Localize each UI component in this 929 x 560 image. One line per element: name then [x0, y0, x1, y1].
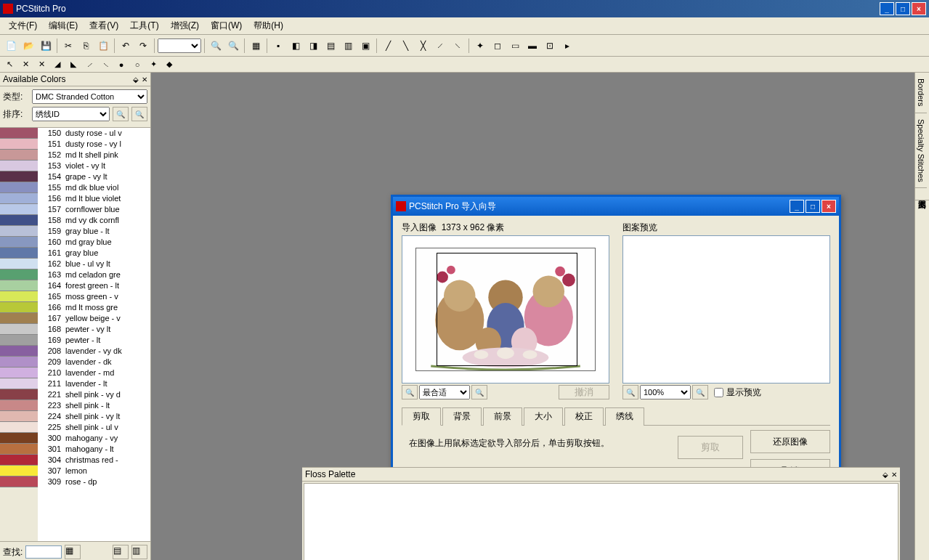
- color-swatch[interactable]: [0, 161, 38, 171]
- bead-tool[interactable]: ○: [131, 59, 144, 70]
- color-row[interactable]: 158md vy dk cornfl: [38, 215, 150, 226]
- dialog-tab[interactable]: 剪取: [402, 407, 441, 426]
- color-swatch[interactable]: [0, 280, 38, 291]
- search-btn2[interactable]: ▤: [113, 545, 129, 559]
- zoom-left-select[interactable]: 最合适: [419, 385, 470, 399]
- color-swatch[interactable]: [0, 335, 38, 346]
- menu-item[interactable]: 增强(Z): [165, 18, 205, 33]
- open-button[interactable]: 📂: [20, 38, 36, 54]
- back-tool[interactable]: ⟋: [83, 59, 96, 70]
- color-row[interactable]: 169pewter - lt: [38, 335, 150, 346]
- color-swatch[interactable]: [0, 171, 38, 182]
- color-row[interactable]: 162blue - ul vy lt: [38, 259, 150, 269]
- side-tab[interactable]: Specialty Stitches: [915, 113, 927, 189]
- color-row[interactable]: 152md lt shell pink: [38, 150, 150, 161]
- color-swatch[interactable]: [0, 182, 38, 193]
- color-swatch[interactable]: [0, 357, 38, 368]
- menu-item[interactable]: 编辑(E): [43, 18, 84, 33]
- color-row[interactable]: 161gray blue: [38, 248, 150, 259]
- color-swatch[interactable]: [0, 248, 38, 259]
- color-row[interactable]: 155md dk blue viol: [38, 182, 150, 193]
- tool-k[interactable]: ⟍: [450, 38, 466, 54]
- color-swatch[interactable]: [0, 237, 38, 248]
- zoom-in-left-button[interactable]: 🔍: [471, 385, 487, 399]
- zoom-right-select[interactable]: 100%: [640, 385, 691, 399]
- search-input[interactable]: [25, 545, 62, 559]
- save-button[interactable]: 💾: [38, 38, 54, 54]
- tool-i[interactable]: ╳: [415, 38, 431, 54]
- color-swatch[interactable]: [0, 204, 38, 215]
- color-row[interactable]: 160md gray blue: [38, 237, 150, 248]
- color-row[interactable]: 300mahogany - vy: [38, 433, 150, 444]
- color-row[interactable]: 221shell pink - vy d: [38, 389, 150, 400]
- dialog-close-button[interactable]: ×: [822, 200, 836, 213]
- color-row[interactable]: 210lavender - md: [38, 368, 150, 378]
- canvas-area[interactable]: PCStitch Pro 导入向导 _ □ × 导入图像 1373 x 962 …: [151, 73, 914, 560]
- quarter-tool[interactable]: ◣: [67, 59, 80, 70]
- color-swatch[interactable]: [0, 291, 38, 302]
- zoom-out-left-button[interactable]: 🔍: [402, 385, 418, 399]
- color-row[interactable]: 154grape - vy lt: [38, 171, 150, 182]
- color-row[interactable]: 209lavender - dk: [38, 357, 150, 368]
- color-swatch[interactable]: [0, 324, 38, 335]
- side-tab[interactable]: Borders: [915, 73, 927, 113]
- color-row[interactable]: 159gray blue - lt: [38, 226, 150, 237]
- color-row[interactable]: 307lemon: [38, 466, 150, 476]
- color-swatch[interactable]: [0, 139, 38, 150]
- minimize-button[interactable]: _: [880, 2, 894, 15]
- color-swatch[interactable]: [0, 128, 38, 139]
- color-swatch[interactable]: [0, 455, 38, 466]
- menu-item[interactable]: 窗口(W): [205, 18, 248, 33]
- color-row[interactable]: 163md celadon gre: [38, 269, 150, 280]
- dialog-tab[interactable]: 校正: [564, 407, 604, 426]
- import-image-box[interactable]: [402, 235, 609, 384]
- color-list[interactable]: 150dusty rose - ul v151dusty rose - vy l…: [38, 128, 150, 541]
- tool-d[interactable]: ▤: [322, 38, 338, 54]
- grid-button[interactable]: ▦: [248, 38, 264, 54]
- zoom-in-button[interactable]: 🔍: [225, 38, 241, 54]
- color-row[interactable]: 301mahogany - lt: [38, 444, 150, 455]
- menu-item[interactable]: 文件(F): [3, 18, 43, 33]
- dialog-minimize-button[interactable]: _: [790, 200, 804, 213]
- color-swatch[interactable]: [0, 476, 38, 487]
- half-tool[interactable]: ◢: [51, 59, 64, 70]
- redo-button[interactable]: ↷: [135, 38, 151, 54]
- color-swatch[interactable]: [0, 215, 38, 226]
- search-btn3[interactable]: ▥: [131, 545, 147, 559]
- color-row[interactable]: 223shell pink - lt: [38, 400, 150, 411]
- search-btn1[interactable]: ▦: [65, 545, 81, 559]
- color-row[interactable]: 309rose - dp: [38, 476, 150, 487]
- maximize-button[interactable]: □: [896, 2, 910, 15]
- dialog-maximize-button[interactable]: □: [806, 200, 820, 213]
- panel-close-icon[interactable]: ✕: [142, 76, 147, 84]
- color-row[interactable]: 151dusty rose - vy l: [38, 139, 150, 150]
- copy-button[interactable]: ⎘: [78, 38, 94, 54]
- sort-up-button[interactable]: 🔍: [113, 107, 129, 121]
- color-row[interactable]: 153violet - vy lt: [38, 161, 150, 171]
- tool-a[interactable]: ▪: [270, 38, 286, 54]
- tool-g[interactable]: ╱: [380, 38, 396, 54]
- show-preview-checkbox[interactable]: 显示预览: [714, 386, 761, 399]
- new-button[interactable]: 📄: [3, 38, 19, 54]
- color-swatch[interactable]: [0, 389, 38, 400]
- dot-tool[interactable]: ●: [115, 59, 128, 70]
- color-swatch[interactable]: [0, 150, 38, 161]
- color-row[interactable]: 156md lt blue violet: [38, 193, 150, 204]
- floss-pin-icon[interactable]: ⬙: [883, 471, 888, 479]
- color-swatch[interactable]: [0, 368, 38, 378]
- crop-selection[interactable]: [437, 253, 577, 366]
- paste-button[interactable]: 📋: [95, 38, 111, 54]
- dialog-tab[interactable]: 大小: [524, 407, 563, 426]
- tool-b[interactable]: ◧: [288, 38, 304, 54]
- tool-f[interactable]: ▣: [357, 38, 373, 54]
- tool-l[interactable]: ✦: [472, 38, 488, 54]
- dialog-tab[interactable]: 背景: [442, 407, 482, 426]
- menu-item[interactable]: 帮助(H): [248, 18, 289, 33]
- zoom-out-right-button[interactable]: 🔍: [622, 385, 638, 399]
- color-row[interactable]: 225shell pink - ul v: [38, 422, 150, 433]
- color-swatch[interactable]: [0, 226, 38, 237]
- menu-item[interactable]: 工具(T): [124, 18, 164, 33]
- color-row[interactable]: 157cornflower blue: [38, 204, 150, 215]
- dialog-tab[interactable]: 绣线: [605, 407, 644, 426]
- tool-q[interactable]: ▸: [559, 38, 575, 54]
